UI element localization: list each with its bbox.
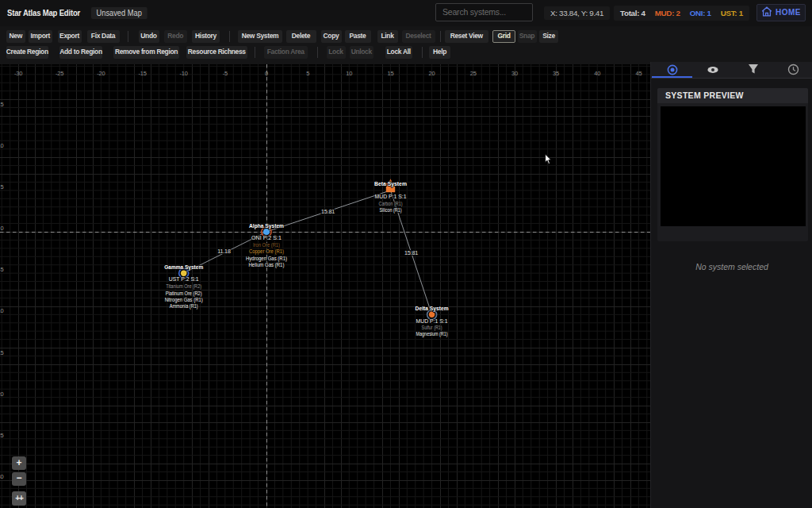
svg-text:11.18: 11.18	[217, 248, 231, 255]
svg-text:-30: -30	[14, 70, 22, 77]
svg-text:15.81: 15.81	[321, 208, 335, 215]
svg-text:5: 5	[1, 183, 4, 190]
svg-text:45: 45	[635, 70, 642, 77]
svg-text:15: 15	[388, 70, 394, 77]
svg-text:Gamma System: Gamma System	[164, 264, 203, 271]
svg-text:Delta System: Delta System	[416, 305, 449, 312]
svg-text:15: 15	[0, 101, 4, 108]
svg-text:40: 40	[594, 70, 600, 77]
svg-text:-10: -10	[180, 70, 188, 77]
svg-text:-5: -5	[223, 70, 228, 77]
svg-text:-20: -20	[97, 70, 105, 77]
svg-text:0: 0	[265, 70, 268, 77]
svg-text:-25: -25	[56, 70, 63, 77]
svg-text:-15: -15	[0, 349, 4, 356]
svg-text:-5: -5	[0, 266, 4, 273]
svg-text:25: 25	[470, 70, 477, 77]
svg-text:-10: -10	[0, 307, 4, 314]
svg-text:20: 20	[429, 70, 435, 77]
svg-text:5: 5	[306, 70, 309, 77]
svg-text:15.81: 15.81	[404, 249, 418, 256]
svg-text:-30: -30	[0, 473, 4, 480]
svg-text:-25: -25	[0, 432, 4, 439]
svg-text:Magnesium (R1): Magnesium (R1)	[416, 330, 448, 337]
svg-text:Titanium Ore (R2): Titanium Ore (R2)	[166, 283, 201, 290]
svg-text:0: 0	[1, 225, 4, 232]
svg-text:Ammonia (R1): Ammonia (R1)	[170, 302, 198, 310]
svg-text:Helium Gas (R1): Helium Gas (R1)	[249, 261, 285, 268]
svg-text:10: 10	[346, 70, 352, 77]
svg-text:-20: -20	[0, 391, 4, 398]
svg-text:10: 10	[0, 142, 4, 149]
svg-text:Beta System: Beta System	[374, 180, 407, 187]
svg-text:30: 30	[511, 70, 518, 77]
svg-text:35: 35	[553, 70, 559, 77]
svg-text:Alpha System: Alpha System	[249, 222, 284, 229]
svg-text:-15: -15	[138, 70, 146, 77]
svg-text:Silicon (R1): Silicon (R1)	[380, 206, 402, 214]
